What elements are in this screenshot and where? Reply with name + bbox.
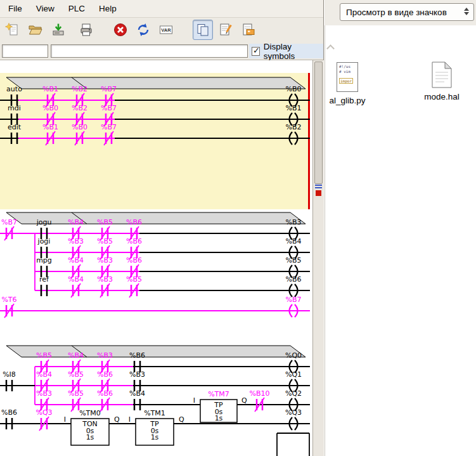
view-mode-label: Просмотр в виде значков (346, 8, 447, 17)
svg-text:%B6: %B6 (97, 389, 113, 398)
svg-text:%B1: %B1 (286, 104, 302, 112)
svg-text:I: I (193, 396, 195, 405)
display-symbols-label: Display symbols (264, 42, 319, 61)
dropdown-spinner-icon[interactable] (464, 8, 469, 15)
refresh-button[interactable] (133, 20, 153, 40)
scrollbar-blue-mark (315, 187, 322, 188)
menu-view[interactable]: View (29, 1, 61, 16)
svg-text:%Q0: %Q0 (285, 351, 302, 360)
printer-icon (79, 22, 94, 37)
svg-text:%B4: %B4 (68, 218, 84, 226)
svg-text:%B3: %B3 (97, 275, 113, 283)
svg-text:%B5: %B5 (286, 256, 302, 264)
ladder-svg[interactable]: auto%B1%B2%B7%B0mdi%B0%B2%B7%B1edit%B1%B… (0, 60, 312, 456)
svg-text:%B0: %B0 (42, 104, 58, 112)
svg-text:%B3: %B3 (36, 389, 52, 398)
svg-text:%B3: %B3 (97, 351, 113, 360)
toolbar: VAR (0, 18, 323, 42)
svg-text:1s: 1s (86, 433, 94, 441)
display-symbols-checkbox[interactable] (252, 47, 260, 56)
editor-pencil-icon (218, 22, 233, 37)
svg-text:1s: 1s (215, 414, 223, 422)
thumb-line: # vim (339, 69, 357, 74)
svg-text:%B4: %B4 (68, 351, 84, 360)
var-table-icon: VAR (158, 22, 174, 37)
file-icon-view[interactable]: #!/us # vim impor al_glib.py mode.hal (325, 25, 476, 456)
svg-text:%B6: %B6 (129, 351, 145, 360)
menu-file[interactable]: File (1, 1, 29, 16)
print-button[interactable] (76, 20, 96, 40)
svg-text:%B6: %B6 (126, 256, 142, 264)
svg-text:%B4: %B4 (68, 256, 84, 264)
svg-text:edit: edit (8, 123, 22, 131)
svg-text:Q: Q (114, 415, 120, 424)
svg-text:%B5: %B5 (97, 237, 113, 245)
svg-text:1s: 1s (151, 433, 159, 441)
rung-label-input[interactable] (2, 44, 48, 58)
open-folder-icon (28, 22, 43, 37)
menu-plc[interactable]: PLC (61, 1, 92, 16)
sections-pages-icon (195, 22, 210, 37)
save-icon (51, 22, 66, 37)
display-symbols-toggle[interactable]: Display symbols (249, 44, 323, 58)
scrollbar-slider[interactable] (314, 62, 323, 184)
file-manager-panel: Просмотр в виде значков #!/us # vim impo… (325, 0, 476, 456)
svg-text:%B3: %B3 (97, 256, 113, 264)
file-name: al_glib.py (325, 96, 370, 105)
svg-text:%B3: %B3 (68, 237, 84, 245)
svg-text:%B7: %B7 (101, 85, 117, 93)
rung-comment-input[interactable] (51, 44, 248, 58)
view-mode-dropdown[interactable]: Просмотр в виде значков (340, 3, 474, 21)
svg-text:Q: Q (179, 415, 184, 424)
svg-text:%B2: %B2 (72, 85, 87, 93)
svg-text:I: I (129, 415, 131, 424)
var-button[interactable]: VAR (156, 20, 176, 40)
file-item-hal[interactable]: mode.hal (420, 62, 464, 101)
svg-text:%Q1: %Q1 (285, 370, 302, 379)
svg-text:%B1: %B1 (42, 85, 58, 93)
ladder-view: auto%B1%B2%B7%B0mdi%B0%B2%B7%B1edit%B1%B… (0, 60, 324, 456)
config-page-icon (241, 22, 256, 37)
svg-text:%B3: %B3 (286, 218, 302, 226)
svg-text:%Q3: %Q3 (35, 408, 52, 417)
svg-text:%B7: %B7 (1, 218, 17, 226)
svg-text:%B6: %B6 (286, 275, 302, 283)
thumb-line: #!/us (339, 64, 357, 69)
file-name: mode.hal (420, 92, 464, 101)
svg-text:%I8: %I8 (3, 370, 16, 379)
editor-button[interactable] (215, 20, 236, 40)
file-manager-toolbar: Просмотр в виде значков (325, 0, 476, 25)
new-button[interactable] (3, 20, 23, 40)
open-button[interactable] (25, 20, 46, 40)
desktop: File View PLC Help (0, 0, 476, 456)
quit-button[interactable] (110, 20, 131, 40)
stop-x-icon (113, 22, 128, 37)
svg-text:Q: Q (241, 396, 247, 405)
svg-text:jogi: jogi (37, 237, 51, 245)
svg-text:%TM0: %TM0 (79, 409, 101, 417)
svg-text:%B5: %B5 (126, 275, 142, 283)
svg-text:mpg: mpg (36, 256, 52, 264)
scrollbar-blue-mark (315, 185, 322, 186)
svg-text:%B3: %B3 (129, 370, 145, 379)
scroll-up-hint-icon (326, 44, 335, 53)
svg-text:%B6: %B6 (1, 408, 17, 417)
new-document-icon (5, 22, 20, 37)
preferences-button[interactable] (238, 20, 259, 40)
save-button[interactable] (48, 20, 68, 40)
svg-text:%B2: %B2 (286, 123, 302, 131)
ladder-scrollbar[interactable] (312, 60, 324, 456)
svg-text:%B4: %B4 (68, 275, 84, 283)
svg-text:%B0: %B0 (286, 85, 302, 93)
file-item-python[interactable]: #!/us # vim impor al_glib.py (325, 62, 370, 105)
scrollbar-red-mark (316, 190, 321, 196)
svg-text:auto: auto (6, 85, 22, 93)
sections-manager-button[interactable] (193, 20, 213, 40)
classicladder-window: File View PLC Help (0, 0, 324, 456)
svg-text:%B5: %B5 (97, 218, 113, 226)
svg-text:%B4: %B4 (129, 389, 145, 398)
svg-text:%T6: %T6 (1, 296, 16, 304)
svg-text:%Q3: %Q3 (285, 408, 302, 417)
menu-help[interactable]: Help (92, 1, 124, 16)
svg-text:%B2: %B2 (72, 104, 87, 112)
